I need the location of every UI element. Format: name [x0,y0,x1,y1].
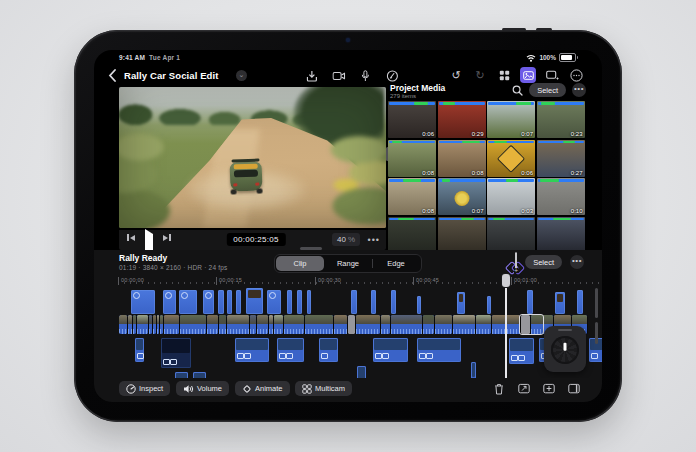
title-clip[interactable] [297,290,302,314]
storyline-clip[interactable] [348,315,355,334]
storyline-clip[interactable] [453,315,475,334]
media-browser-button[interactable] [520,67,536,83]
storyline-clip[interactable] [160,315,163,334]
storyline-clip[interactable] [128,315,132,334]
storyline-clip[interactable] [334,315,347,334]
media-thumbnail[interactable]: 0:07 [487,101,535,138]
timeline-select-button[interactable]: Select [525,255,562,269]
timeline-scrollbar-2[interactable] [595,322,598,344]
connected-clip[interactable] [235,338,269,362]
storyline-clip[interactable] [423,315,434,334]
playhead-handle[interactable] [502,274,510,287]
mode-tab-edge[interactable]: Edge [372,256,420,271]
connected-clip[interactable] [509,338,534,364]
title-clip[interactable] [227,290,232,314]
title-clip[interactable] [577,290,583,314]
title-clip[interactable] [391,290,396,314]
storyline-clip[interactable] [476,315,491,334]
media-more-button[interactable]: ••• [572,83,586,97]
media-thumbnail[interactable]: 0:08 [388,178,436,215]
media-thumbnail[interactable]: 0:10 [537,178,585,215]
append-button[interactable] [567,382,580,395]
title-clip[interactable] [131,290,155,314]
storyline-clip[interactable] [435,315,452,334]
replace-button[interactable] [517,382,530,395]
storyline-clip[interactable] [269,315,273,334]
animate-button[interactable]: Animate [235,381,290,396]
jog-dial[interactable] [551,336,579,364]
add-clip-button[interactable] [544,67,560,83]
camera-button[interactable] [330,68,346,84]
title-menu-button[interactable]: ⌄ [236,70,247,81]
media-thumbnail[interactable]: 0:07 [438,178,486,215]
media-select-button[interactable]: Select [529,83,566,97]
storyline-clip[interactable] [149,315,152,334]
storyline-clip[interactable] [164,315,179,334]
media-thumbnail[interactable] [487,217,535,251]
timeline-scrollbar[interactable] [595,288,598,318]
more-button[interactable] [568,67,584,83]
mode-tab-range[interactable]: Range [324,256,372,271]
storyline-clip[interactable] [137,315,148,334]
storyline-clip[interactable] [257,315,268,334]
title-clip[interactable] [307,290,311,314]
overlay-clip-button[interactable] [515,253,517,271]
storyline-clip[interactable] [305,315,333,334]
title-clip[interactable] [246,288,263,314]
media-thumbnail[interactable] [438,217,486,251]
playhead[interactable] [505,276,507,378]
title-clip[interactable] [267,290,281,314]
timeline-more-button[interactable]: ••• [570,255,584,269]
connected-clip[interactable] [417,338,461,362]
media-thumbnail[interactable]: 0:27 [537,140,585,177]
timeline-ruler[interactable]: 00:00:0000:00:1500:00:3000:00:4500:01:00 [94,276,602,286]
storyline-clip[interactable] [356,315,380,334]
media-thumbnail[interactable]: 0:06 [388,101,436,138]
storyline-clip[interactable] [180,315,206,334]
storyline-clip[interactable] [391,315,422,334]
viewer-more-button[interactable]: ••• [368,236,380,244]
title-clip[interactable] [371,290,376,314]
storyline-clip[interactable] [219,315,226,334]
storyline-clip[interactable] [157,315,159,334]
undo-button[interactable]: ↺ [448,67,464,83]
connected-clip[interactable] [161,338,191,368]
title-clip[interactable] [417,296,421,314]
title-clip[interactable] [203,290,214,314]
multicam-button[interactable]: Multicam [295,381,352,396]
title-clip[interactable] [179,290,197,314]
title-clip[interactable] [236,290,241,314]
media-thumbnail[interactable]: 0:29 [438,101,486,138]
media-thumbnail[interactable]: 0:08 [388,140,436,177]
title-clip[interactable] [351,290,357,314]
title-clip[interactable] [287,290,292,314]
title-clip[interactable] [457,292,465,314]
title-clip[interactable] [555,292,565,314]
import-button[interactable] [303,68,319,84]
media-thumbnail[interactable]: 0:06 [487,140,535,177]
storyline-clip[interactable] [250,315,256,334]
storyline-clip[interactable] [227,315,249,334]
title-clip[interactable] [163,290,176,314]
media-thumbnail[interactable] [388,217,436,251]
media-thumbnail[interactable]: 0:03 [487,178,535,215]
insert-button[interactable] [542,382,555,395]
connected-clip[interactable] [135,338,144,362]
connected-clip[interactable] [277,338,304,362]
storyline-clip[interactable] [119,315,127,334]
connected-clip[interactable] [471,362,476,378]
video-canvas[interactable] [119,87,386,228]
mode-tab-clip[interactable]: Clip [276,256,324,271]
connected-clip[interactable] [319,338,338,362]
title-clip[interactable] [218,290,224,314]
storyline-clip[interactable] [284,315,304,334]
title-clip[interactable] [527,290,533,314]
connected-clip[interactable] [357,366,366,378]
annotate-button[interactable] [384,68,400,84]
storyline-clip[interactable] [207,315,218,334]
delete-button[interactable] [492,382,505,395]
multicam-view-button[interactable] [496,67,512,83]
skip-back-button[interactable] [127,234,135,241]
storyline-clip[interactable] [133,315,136,334]
title-clip[interactable] [487,296,491,314]
